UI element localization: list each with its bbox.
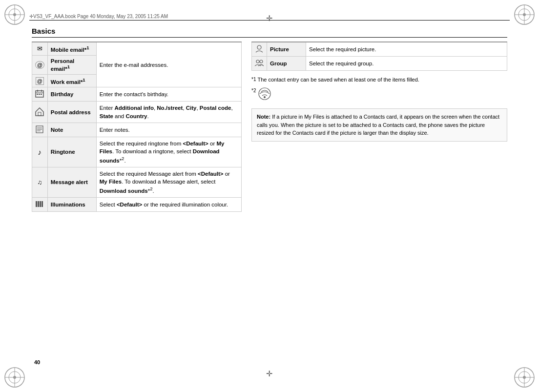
postal-address-label: Postal address [47, 102, 96, 123]
message-alert-icon: ♫ [32, 167, 48, 197]
note-label: Note [47, 123, 96, 137]
table-row: Picture Select the required picture. [252, 42, 507, 57]
table-row: ♪ Ringtone Select the required ringtone … [32, 137, 242, 167]
birthday-desc: Enter the contact's birthday. [96, 87, 241, 102]
work-email-label: Work email*1 [47, 74, 96, 87]
right-column: Picture Select the required picture. Gro… [251, 41, 507, 212]
svg-marker-27 [36, 108, 43, 116]
table-row: Note Enter notes. [32, 123, 242, 137]
table-row: Postal address Enter Additional info, No… [32, 102, 242, 123]
left-column: ✉ Mobile email*1 Enter the e-mail addres… [32, 41, 242, 212]
group-desc: Select the required group. [306, 57, 507, 71]
note-box: Note: If a picture in My Files is attach… [251, 108, 507, 142]
corner-decoration-tl [2, 2, 27, 27]
picture-label: Picture [267, 42, 306, 57]
personal-email-icon: @ [32, 55, 48, 74]
table-row: Group Select the required group. [252, 57, 507, 71]
svg-point-41 [264, 96, 266, 98]
ringtone-label: Ringtone [47, 137, 96, 167]
message-alert-label: Message alert [47, 167, 96, 197]
birthday-label: Birthday [47, 87, 96, 102]
svg-point-9 [523, 13, 526, 16]
right-table: Picture Select the required picture. Gro… [251, 41, 507, 71]
mobile-email-label: Mobile email*1 [47, 42, 96, 55]
footnote-star1: *1 [251, 76, 256, 83]
picture-icon [252, 42, 267, 57]
footnote-2: *2 [251, 87, 507, 103]
header-text: VS3_VF_AAA.book Page 40 Monday, May 23, … [33, 14, 168, 19]
illuminations-desc: Select <Default> or the required illumin… [96, 197, 241, 211]
ringtone-icon: ♪ [32, 137, 48, 167]
footnote-2-icon [257, 87, 272, 103]
illuminations-label: Illuminations [47, 197, 96, 211]
svg-rect-24 [37, 94, 38, 95]
corner-decoration-bl [2, 365, 27, 390]
corner-decoration-br [512, 365, 537, 390]
message-alert-desc: Select the required Message alert from <… [96, 167, 241, 197]
personal-email-label: Personal email*1 [47, 55, 96, 74]
work-email-icon: @ [32, 74, 48, 87]
postal-address-desc: Enter Additional info, No./street, City,… [96, 102, 241, 123]
illuminations-icon [32, 197, 48, 211]
note-desc: Enter notes. [96, 123, 241, 137]
crosshair-bottom-center: ✛ [266, 369, 272, 378]
postal-address-icon [32, 102, 48, 123]
email-desc: Enter the e-mail addresses. [96, 42, 241, 87]
note-box-label: Note: [257, 114, 270, 120]
note-icon [32, 123, 48, 137]
group-icon [252, 57, 267, 71]
crosshair-top-center: ✛ [266, 14, 272, 23]
main-content: Basics ✉ Mobile email*1 Enter the e-mail… [32, 27, 507, 365]
svg-point-39 [260, 60, 263, 63]
picture-desc: Select the required picture. [306, 42, 507, 57]
svg-rect-26 [41, 94, 42, 95]
crosshair-left: ✛ [29, 14, 33, 19]
svg-rect-28 [38, 112, 41, 116]
note-box-text: If a picture in My Files is attached to … [257, 114, 499, 136]
svg-point-38 [256, 60, 259, 63]
table-row: ♫ Message alert Select the required Mess… [32, 167, 242, 197]
svg-rect-34 [38, 201, 39, 207]
corner-decoration-tr [512, 2, 537, 27]
footnote-1-text: The contact entry can be saved when at l… [257, 76, 419, 84]
svg-point-19 [523, 376, 526, 379]
svg-point-4 [13, 13, 16, 16]
birthday-icon [32, 87, 48, 102]
svg-rect-36 [41, 201, 43, 207]
svg-rect-33 [36, 201, 37, 207]
group-label: Group [267, 57, 306, 71]
footnotes: *1 The contact entry can be saved when a… [251, 76, 507, 103]
svg-point-14 [13, 376, 16, 379]
page-title: Basics [32, 27, 507, 38]
ringtone-desc: Select the required ringtone from <Defau… [96, 137, 241, 167]
table-row: Birthday Enter the contact's birthday. [32, 87, 242, 102]
footnote-1: *1 The contact entry can be saved when a… [251, 76, 507, 84]
content-columns: ✉ Mobile email*1 Enter the e-mail addres… [32, 41, 507, 212]
left-table: ✉ Mobile email*1 Enter the e-mail addres… [32, 41, 242, 212]
table-row: Illuminations Select <Default> or the re… [32, 197, 242, 211]
svg-point-37 [257, 45, 261, 49]
svg-rect-25 [39, 94, 40, 95]
mobile-email-icon: ✉ [32, 42, 48, 55]
table-row: ✉ Mobile email*1 Enter the e-mail addres… [32, 42, 242, 55]
footnote-star2: *2 [251, 87, 256, 94]
svg-rect-35 [40, 201, 41, 207]
